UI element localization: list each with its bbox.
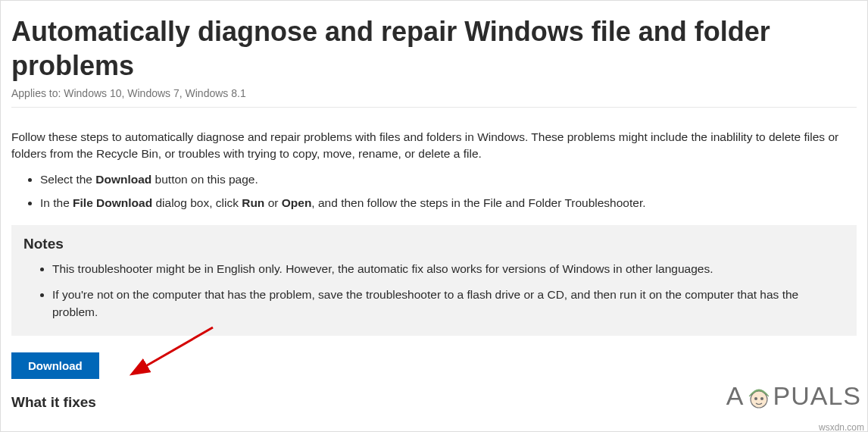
list-item: This troubleshooter might be in English … — [52, 260, 845, 277]
notes-title: Notes — [23, 236, 845, 252]
text: Select the — [40, 173, 95, 186]
text-bold: Download — [95, 173, 151, 186]
page-title: Automatically diagnose and repair Window… — [11, 14, 857, 83]
notes-list: This troubleshooter might be in English … — [23, 260, 845, 321]
text: In the — [40, 196, 73, 209]
site-credit: wsxdn.com — [819, 422, 864, 432]
list-item: Select the Download button on this page. — [40, 171, 857, 188]
notes-box: Notes This troubleshooter might be in En… — [11, 225, 857, 336]
text: button on this page. — [151, 173, 258, 186]
mascot-icon — [743, 380, 775, 412]
text: or — [264, 196, 281, 209]
text: , and then follow the steps in the File … — [311, 196, 645, 209]
text-bold: File Download — [73, 196, 152, 209]
text-bold: Open — [282, 196, 312, 209]
text: dialog box, click — [152, 196, 242, 209]
watermark-text-left: A — [726, 381, 745, 411]
svg-point-4 — [760, 397, 763, 400]
svg-point-3 — [754, 397, 757, 400]
applies-to: Applies to: Windows 10, Windows 7, Windo… — [11, 87, 857, 108]
watermark-text-right: PUALS — [773, 381, 862, 411]
list-item: In the File Download dialog box, click R… — [40, 194, 857, 211]
download-button[interactable]: Download — [11, 352, 99, 379]
text-bold: Run — [242, 196, 264, 209]
steps-list: Select the Download button on this page.… — [11, 171, 857, 212]
intro-paragraph: Follow these steps to automatically diag… — [11, 129, 857, 163]
watermark-logo: A PUALS — [726, 380, 861, 412]
list-item: If you're not on the computer that has t… — [52, 286, 845, 321]
